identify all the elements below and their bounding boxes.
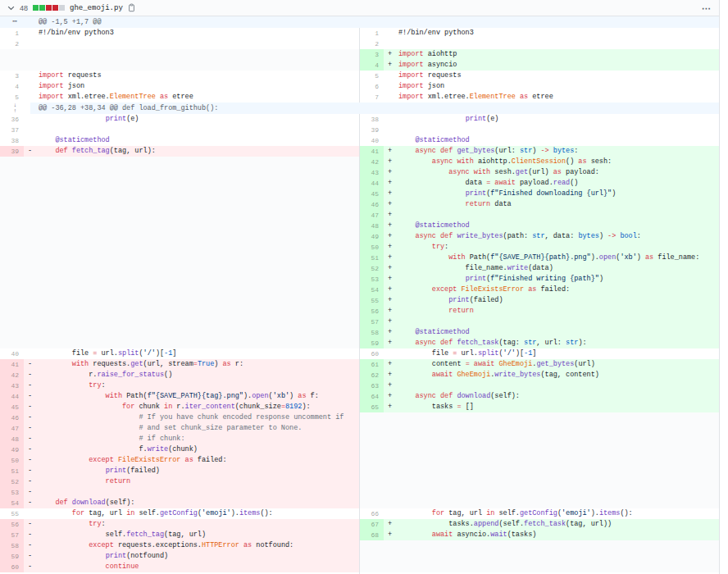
line-number[interactable]: 55: [360, 295, 384, 306]
line-number[interactable]: 54: [0, 498, 24, 508]
line-number[interactable]: 46: [360, 199, 384, 210]
expand-diff-icon[interactable]: ⋯: [0, 16, 30, 28]
line-number[interactable]: 57: [360, 317, 384, 327]
line-number[interactable]: 43: [360, 167, 384, 178]
line-number[interactable]: 50: [0, 455, 24, 466]
line-number[interactable]: 59: [360, 338, 384, 348]
line-number[interactable]: 65: [360, 402, 384, 412]
line-number[interactable]: 48: [0, 434, 24, 444]
line-number[interactable]: 51: [360, 253, 384, 263]
line-number[interactable]: 4: [360, 60, 384, 71]
line-number[interactable]: 49: [0, 444, 24, 455]
line-number[interactable]: 53: [360, 274, 384, 285]
line-number[interactable]: 51: [0, 466, 24, 476]
line-number[interactable]: 6: [360, 81, 384, 92]
line-number[interactable]: 52: [0, 476, 24, 487]
line-number[interactable]: 46: [0, 412, 24, 423]
line-number[interactable]: 58: [360, 327, 384, 338]
line-number[interactable]: 66: [360, 508, 384, 519]
code-token: tag, url: [448, 509, 486, 517]
line-number[interactable]: 45: [360, 189, 384, 199]
line-number: [0, 242, 24, 253]
file-name-link[interactable]: ghe_emoji.py: [70, 4, 123, 12]
code-token: async def: [398, 392, 457, 400]
code-line: [398, 317, 719, 327]
code-token: (url:: [494, 147, 520, 155]
line-number[interactable]: 67: [360, 519, 384, 530]
line-number[interactable]: 3: [360, 49, 384, 60]
code-token: (tag, url):: [110, 147, 156, 155]
diff-row: 44+ data = await payload.read(): [0, 178, 719, 189]
line-number[interactable]: 61: [360, 359, 384, 370]
line-number[interactable]: 39: [0, 146, 24, 157]
line-number[interactable]: 36: [0, 114, 24, 125]
line-number[interactable]: 38: [360, 114, 384, 125]
old-deletion-cell: 43- try:: [0, 380, 360, 391]
diff-marker: [24, 221, 39, 231]
line-number[interactable]: 44: [0, 391, 24, 402]
line-number[interactable]: 68: [360, 530, 384, 540]
line-number[interactable]: 1: [360, 28, 384, 39]
line-number[interactable]: 37: [0, 125, 24, 135]
line-number[interactable]: 41: [0, 359, 24, 370]
line-number[interactable]: 60: [0, 562, 24, 572]
code-token: raise_for_status: [97, 371, 164, 379]
line-number[interactable]: 59: [0, 551, 24, 562]
chevron-down-icon[interactable]: [7, 4, 15, 11]
line-number[interactable]: 63: [360, 380, 384, 391]
line-number[interactable]: 57: [0, 530, 24, 540]
line-number: [0, 189, 24, 199]
expand-up-arrow[interactable]: ↑: [0, 108, 30, 114]
new-addition-cell: 57+: [360, 317, 719, 327]
line-number[interactable]: 48: [360, 221, 384, 231]
old-empty-cell: [0, 242, 360, 253]
expand-up-down-icon[interactable]: ↓↑: [0, 102, 30, 114]
code-token: 'xb': [620, 253, 636, 262]
line-number[interactable]: 42: [360, 157, 384, 167]
code-line: [39, 263, 359, 274]
line-number[interactable]: 54: [360, 285, 384, 295]
line-number[interactable]: 53: [0, 487, 24, 498]
line-number[interactable]: 49: [360, 231, 384, 242]
line-number[interactable]: 55: [0, 508, 24, 519]
clipboard-icon[interactable]: [128, 3, 135, 12]
line-number[interactable]: 50: [360, 242, 384, 253]
line-number[interactable]: 41: [360, 146, 384, 157]
line-number[interactable]: 5: [0, 92, 24, 102]
diff-marker: +: [384, 370, 398, 380]
line-number[interactable]: 62: [360, 370, 384, 380]
kebab-horizontal-icon[interactable]: ⋯: [702, 4, 712, 12]
line-number[interactable]: 7: [360, 92, 384, 102]
code-token: :: [444, 243, 448, 251]
code-token: ):: [302, 403, 310, 411]
line-number[interactable]: 43: [0, 380, 24, 391]
code-token: with: [398, 253, 470, 262]
line-number[interactable]: 64: [360, 391, 384, 402]
code-token: async def: [398, 339, 457, 347]
line-number[interactable]: 42: [0, 370, 24, 380]
line-number[interactable]: 1: [0, 28, 24, 39]
line-number[interactable]: 44: [360, 178, 384, 189]
diff-marker: [24, 508, 39, 519]
line-number[interactable]: 3: [0, 71, 24, 81]
line-number[interactable]: 4: [0, 81, 24, 92]
line-number[interactable]: 47: [360, 210, 384, 221]
line-number[interactable]: 45: [0, 402, 24, 412]
line-number[interactable]: 47: [0, 423, 24, 434]
code-line: [39, 327, 359, 338]
line-number[interactable]: 2: [360, 39, 384, 49]
line-number[interactable]: 56: [0, 519, 24, 530]
line-number[interactable]: 2: [0, 39, 24, 49]
line-number[interactable]: 39: [360, 125, 384, 135]
line-number[interactable]: 58: [0, 540, 24, 551]
line-number[interactable]: 5: [360, 71, 384, 81]
line-number[interactable]: 38: [0, 135, 24, 146]
line-number[interactable]: 40: [360, 135, 384, 146]
expand-down-arrow[interactable]: ↓: [0, 102, 30, 108]
line-number[interactable]: 40: [0, 348, 24, 359]
line-number[interactable]: 52: [360, 263, 384, 274]
line-number[interactable]: 56: [360, 306, 384, 317]
line-number[interactable]: 60: [360, 348, 384, 359]
diff-row: 42- r.raise_for_status()62+ await GheEmo…: [0, 370, 719, 380]
code-token: as: [180, 456, 193, 464]
